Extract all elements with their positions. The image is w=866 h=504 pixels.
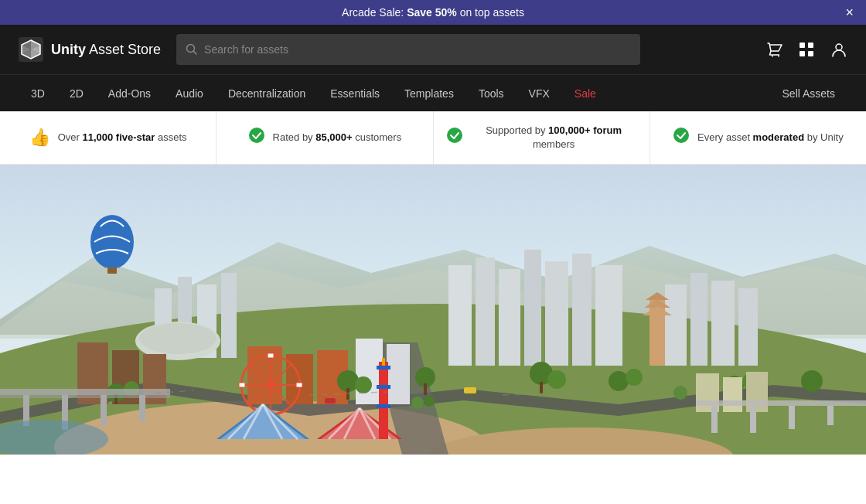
svg-rect-107 xyxy=(0,389,170,395)
svg-rect-83 xyxy=(382,358,385,366)
svg-rect-32 xyxy=(221,273,237,358)
stats-bar: 👍 Over 11,000 five-star assets Rated by … xyxy=(0,111,866,165)
svg-point-119 xyxy=(93,217,131,267)
svg-point-18 xyxy=(447,128,462,143)
svg-rect-42 xyxy=(711,281,735,366)
svg-point-93 xyxy=(547,370,566,389)
svg-point-10 xyxy=(772,56,773,57)
svg-rect-86 xyxy=(377,404,390,408)
svg-point-17 xyxy=(249,128,264,143)
nav-item-vfx[interactable]: VFX xyxy=(517,75,562,112)
grid-icon[interactable] xyxy=(798,41,815,58)
svg-point-98 xyxy=(801,370,823,392)
banner-text: Arcade Sale: Save 50% on top assets xyxy=(342,6,524,19)
svg-point-129 xyxy=(411,397,424,409)
svg-rect-111 xyxy=(101,395,107,426)
svg-rect-33 xyxy=(448,265,472,366)
svg-point-131 xyxy=(673,386,687,400)
cart-icon[interactable] xyxy=(765,41,782,58)
svg-rect-102 xyxy=(540,382,543,393)
svg-rect-106 xyxy=(746,372,768,412)
svg-rect-66 xyxy=(239,383,245,387)
svg-rect-101 xyxy=(424,383,427,395)
svg-rect-105 xyxy=(723,377,742,412)
svg-rect-57 xyxy=(387,344,410,404)
svg-rect-116 xyxy=(789,406,795,429)
site-header: Unity Asset Store xyxy=(0,25,866,74)
check-icon-2 xyxy=(446,127,463,148)
svg-rect-112 xyxy=(139,395,145,422)
svg-rect-128 xyxy=(325,398,336,404)
svg-rect-13 xyxy=(808,43,813,48)
stat-rated-text: Rated by 85,000+ customers xyxy=(273,131,402,145)
thumbs-up-icon: 👍 xyxy=(29,128,50,148)
hero-section xyxy=(0,165,866,455)
svg-rect-64 xyxy=(268,353,274,358)
svg-line-9 xyxy=(194,52,197,55)
nav-item-addons[interactable]: Add-Ons xyxy=(96,75,163,112)
main-nav: 3D 2D Add-Ons Audio Decentralization Ess… xyxy=(0,74,866,111)
svg-rect-34 xyxy=(476,257,495,366)
svg-rect-85 xyxy=(377,385,390,389)
stat-five-star-text: Over 11,000 five-star assets xyxy=(58,131,187,145)
svg-rect-67 xyxy=(296,383,302,387)
promo-banner: Arcade Sale: Save 50% on top assets × xyxy=(0,0,866,25)
svg-point-63 xyxy=(266,380,275,390)
stat-moderated-text: Every asset moderated by Unity xyxy=(697,131,844,145)
search-icon xyxy=(186,43,198,56)
svg-rect-43 xyxy=(738,288,758,366)
search-input[interactable] xyxy=(204,43,631,56)
svg-point-11 xyxy=(778,56,779,57)
svg-rect-120 xyxy=(107,267,117,274)
svg-rect-84 xyxy=(377,366,390,369)
nav-item-decentralization[interactable]: Decentralization xyxy=(216,75,318,112)
nav-item-templates[interactable]: Templates xyxy=(392,75,466,112)
svg-point-95 xyxy=(626,369,643,386)
stat-moderated: Every asset moderated by Unity xyxy=(650,111,866,164)
svg-rect-56 xyxy=(356,339,383,404)
unity-logo-icon xyxy=(19,37,43,62)
user-icon[interactable] xyxy=(830,41,847,58)
svg-point-130 xyxy=(424,396,435,407)
nav-item-sell-assets[interactable]: Sell Assets xyxy=(770,75,847,112)
svg-point-49 xyxy=(139,323,216,354)
logo-link[interactable]: Unity Asset Store xyxy=(19,37,161,62)
close-banner-button[interactable]: × xyxy=(845,5,854,19)
hero-city-image xyxy=(0,165,866,455)
svg-rect-127 xyxy=(464,387,476,393)
svg-rect-115 xyxy=(750,406,756,433)
header-icons xyxy=(765,41,847,58)
svg-rect-39 xyxy=(595,265,622,366)
svg-point-16 xyxy=(836,44,842,50)
svg-rect-12 xyxy=(800,43,805,48)
logo-text: Unity Asset Store xyxy=(51,42,161,58)
nav-item-tools[interactable]: Tools xyxy=(466,75,517,112)
svg-rect-37 xyxy=(545,261,568,366)
nav-item-3d[interactable]: 3D xyxy=(19,75,57,112)
nav-item-sale[interactable]: Sale xyxy=(562,75,609,112)
nav-item-audio[interactable]: Audio xyxy=(163,75,216,112)
stat-five-star: 👍 Over 11,000 five-star assets xyxy=(0,111,216,164)
svg-rect-82 xyxy=(379,362,388,439)
svg-rect-113 xyxy=(696,400,866,406)
svg-rect-41 xyxy=(690,273,707,366)
svg-rect-40 xyxy=(665,284,687,366)
stat-supported: Supported by 100,000+ forum members xyxy=(434,111,650,164)
check-icon-3 xyxy=(673,127,690,148)
svg-rect-117 xyxy=(827,406,834,425)
svg-point-94 xyxy=(609,371,629,391)
stat-supported-text: Supported by 100,000+ forum members xyxy=(471,124,637,152)
svg-rect-35 xyxy=(499,269,520,366)
svg-rect-14 xyxy=(800,51,805,56)
nav-item-2d[interactable]: 2D xyxy=(57,75,96,112)
svg-point-19 xyxy=(673,128,689,143)
svg-point-90 xyxy=(355,376,372,393)
svg-rect-36 xyxy=(524,250,541,366)
search-bar xyxy=(176,34,640,65)
svg-rect-38 xyxy=(572,254,592,366)
stat-rated: Rated by 85,000+ customers xyxy=(216,111,433,164)
svg-rect-15 xyxy=(808,51,813,56)
svg-rect-114 xyxy=(711,406,718,433)
nav-item-essentials[interactable]: Essentials xyxy=(318,75,392,112)
check-icon-1 xyxy=(248,127,265,148)
